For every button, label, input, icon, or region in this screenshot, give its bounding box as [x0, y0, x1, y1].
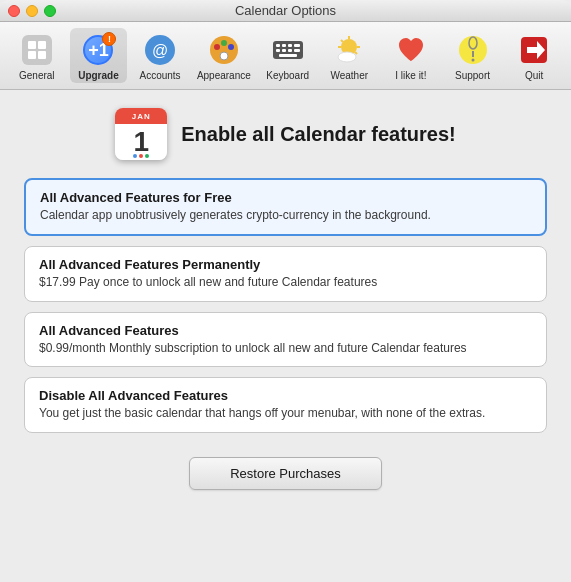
quit-label: Quit	[525, 70, 543, 81]
support-icon	[455, 32, 491, 68]
page-header: JAN 1 Enable all Calendar features!	[24, 108, 547, 160]
svg-point-29	[338, 52, 356, 62]
svg-rect-16	[294, 44, 300, 47]
svg-rect-13	[276, 44, 280, 47]
weather-label: Weather	[330, 70, 368, 81]
option-subscription-title: All Advanced Features	[39, 323, 532, 338]
toolbar-item-accounts[interactable]: @ Accounts	[131, 28, 189, 83]
support-label: Support	[455, 70, 490, 81]
svg-rect-1	[28, 41, 36, 49]
restore-purchases-button[interactable]: Restore Purchases	[189, 457, 382, 490]
keyboard-icon	[270, 32, 306, 68]
svg-rect-20	[294, 49, 300, 52]
option-disable[interactable]: Disable All Advanced Features You get ju…	[24, 377, 547, 433]
appearance-label: Appearance	[197, 70, 251, 81]
toolbar: General +1 ! Upgrade @ Accounts	[0, 22, 571, 90]
svg-line-27	[341, 40, 343, 42]
minimize-button[interactable]	[26, 5, 38, 17]
calendar-month: JAN	[115, 108, 167, 124]
ilike-label: I like it!	[395, 70, 426, 81]
quit-icon	[516, 32, 552, 68]
svg-rect-18	[282, 49, 286, 52]
svg-point-8	[214, 44, 220, 50]
options-list: All Advanced Features for Free Calendar …	[24, 178, 547, 433]
calendar-dots	[133, 154, 149, 158]
toolbar-item-general[interactable]: General	[8, 28, 66, 83]
toolbar-item-appearance[interactable]: Appearance	[193, 28, 255, 83]
toolbar-item-keyboard[interactable]: Keyboard	[259, 28, 317, 83]
option-free-desc: Calendar app unobtrusively generates cry…	[40, 207, 531, 224]
svg-rect-4	[38, 51, 46, 59]
svg-rect-2	[38, 41, 46, 49]
upgrade-label: Upgrade	[78, 70, 119, 81]
svg-line-28	[355, 52, 357, 54]
keyboard-label: Keyboard	[266, 70, 309, 81]
option-subscription-desc: $0.99/month Monthly subscription to unlo…	[39, 340, 532, 357]
option-free-title: All Advanced Features for Free	[40, 190, 531, 205]
toolbar-item-support[interactable]: Support	[444, 28, 502, 83]
option-permanent[interactable]: All Advanced Features Permanently $17.99…	[24, 246, 547, 302]
accounts-icon: @	[142, 32, 178, 68]
page-title: Enable all Calendar features!	[181, 123, 456, 146]
option-free[interactable]: All Advanced Features for Free Calendar …	[24, 178, 547, 236]
svg-rect-0	[22, 35, 52, 65]
svg-rect-21	[279, 54, 297, 57]
svg-point-9	[221, 40, 227, 46]
weather-icon	[331, 32, 367, 68]
window-title: Calendar Options	[235, 3, 336, 18]
svg-rect-15	[288, 44, 292, 47]
toolbar-item-upgrade[interactable]: +1 ! Upgrade	[70, 28, 128, 83]
traffic-lights	[8, 5, 56, 17]
svg-text:@: @	[152, 42, 168, 59]
svg-point-10	[228, 44, 234, 50]
calendar-icon: JAN 1	[115, 108, 167, 160]
general-label: General	[19, 70, 55, 81]
svg-rect-3	[28, 51, 36, 59]
general-icon	[19, 32, 55, 68]
appearance-icon	[206, 32, 242, 68]
toolbar-item-weather[interactable]: Weather	[320, 28, 378, 83]
toolbar-item-ilike[interactable]: I like it!	[382, 28, 440, 83]
svg-point-33	[471, 59, 474, 62]
svg-point-11	[220, 52, 228, 60]
ilike-icon	[393, 32, 429, 68]
calendar-body: 1	[115, 124, 167, 160]
restore-area: Restore Purchases	[24, 457, 547, 490]
accounts-label: Accounts	[139, 70, 180, 81]
option-permanent-desc: $17.99 Pay once to unlock all new and fu…	[39, 274, 532, 291]
title-bar: Calendar Options	[0, 0, 571, 22]
option-disable-title: Disable All Advanced Features	[39, 388, 532, 403]
content-area: JAN 1 Enable all Calendar features! All …	[0, 90, 571, 508]
option-disable-desc: You get just the basic calendar that han…	[39, 405, 532, 422]
svg-rect-19	[288, 49, 292, 52]
option-subscription[interactable]: All Advanced Features $0.99/month Monthl…	[24, 312, 547, 368]
svg-rect-17	[276, 49, 280, 52]
close-button[interactable]	[8, 5, 20, 17]
calendar-day: 1	[133, 128, 149, 156]
upgrade-icon: +1 !	[80, 32, 116, 68]
toolbar-item-quit[interactable]: Quit	[505, 28, 563, 83]
option-permanent-title: All Advanced Features Permanently	[39, 257, 532, 272]
svg-rect-14	[282, 44, 286, 47]
maximize-button[interactable]	[44, 5, 56, 17]
